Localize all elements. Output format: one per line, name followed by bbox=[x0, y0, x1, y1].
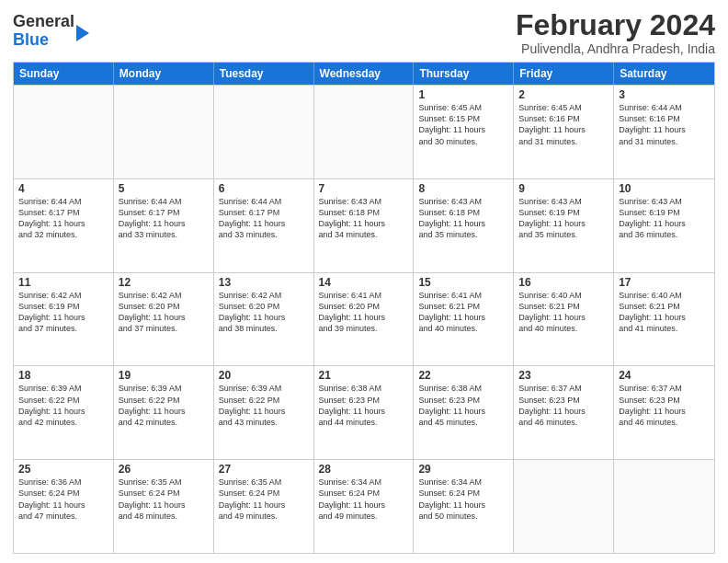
cell-info: Sunrise: 6:42 AM Sunset: 6:20 PM Dayligh… bbox=[219, 290, 309, 335]
calendar-cell: 9Sunrise: 6:43 AM Sunset: 6:19 PM Daylig… bbox=[514, 179, 614, 272]
day-number: 5 bbox=[119, 182, 209, 195]
logo: General Blue bbox=[13, 13, 89, 50]
calendar: SundayMondayTuesdayWednesdayThursdayFrid… bbox=[13, 62, 715, 554]
cell-info: Sunrise: 6:40 AM Sunset: 6:21 PM Dayligh… bbox=[518, 290, 609, 335]
calendar-cell: 5Sunrise: 6:44 AM Sunset: 6:17 PM Daylig… bbox=[114, 179, 214, 272]
logo-text: General Blue bbox=[13, 13, 74, 50]
cell-info: Sunrise: 6:40 AM Sunset: 6:21 PM Dayligh… bbox=[619, 290, 710, 335]
calendar-cell: 28Sunrise: 6:34 AM Sunset: 6:24 PM Dayli… bbox=[314, 460, 415, 553]
calendar-cell: 23Sunrise: 6:37 AM Sunset: 6:23 PM Dayli… bbox=[514, 366, 614, 459]
day-number: 15 bbox=[418, 276, 508, 289]
day-number: 13 bbox=[219, 276, 309, 289]
logo-arrow-icon bbox=[76, 25, 89, 41]
subtitle: Pulivendla, Andhra Pradesh, India bbox=[516, 41, 715, 56]
calendar-cell bbox=[114, 86, 214, 178]
cell-info: Sunrise: 6:34 AM Sunset: 6:24 PM Dayligh… bbox=[319, 477, 409, 522]
cell-info: Sunrise: 6:45 AM Sunset: 6:15 PM Dayligh… bbox=[418, 102, 508, 147]
cell-info: Sunrise: 6:35 AM Sunset: 6:24 PM Dayligh… bbox=[219, 477, 309, 522]
cell-info: Sunrise: 6:41 AM Sunset: 6:21 PM Dayligh… bbox=[418, 290, 508, 335]
calendar-row-2: 11Sunrise: 6:42 AM Sunset: 6:19 PM Dayli… bbox=[14, 272, 714, 366]
calendar-cell: 15Sunrise: 6:41 AM Sunset: 6:21 PM Dayli… bbox=[414, 273, 514, 366]
calendar-cell: 20Sunrise: 6:39 AM Sunset: 6:22 PM Dayli… bbox=[214, 366, 314, 459]
calendar-cell: 27Sunrise: 6:35 AM Sunset: 6:24 PM Dayli… bbox=[214, 460, 314, 553]
calendar-cell: 25Sunrise: 6:36 AM Sunset: 6:24 PM Dayli… bbox=[14, 460, 114, 553]
cell-info: Sunrise: 6:44 AM Sunset: 6:17 PM Dayligh… bbox=[119, 196, 209, 241]
calendar-cell: 8Sunrise: 6:43 AM Sunset: 6:18 PM Daylig… bbox=[414, 179, 514, 272]
calendar-cell: 13Sunrise: 6:42 AM Sunset: 6:20 PM Dayli… bbox=[214, 273, 314, 366]
cell-info: Sunrise: 6:44 AM Sunset: 6:17 PM Dayligh… bbox=[18, 196, 108, 241]
calendar-row-3: 18Sunrise: 6:39 AM Sunset: 6:22 PM Dayli… bbox=[14, 365, 714, 459]
calendar-cell bbox=[14, 86, 114, 178]
calendar-header: SundayMondayTuesdayWednesdayThursdayFrid… bbox=[14, 63, 714, 85]
header-day-wednesday: Wednesday bbox=[314, 63, 415, 85]
cell-info: Sunrise: 6:43 AM Sunset: 6:19 PM Dayligh… bbox=[518, 196, 609, 241]
day-number: 2 bbox=[518, 88, 609, 101]
calendar-cell bbox=[314, 86, 415, 178]
day-number: 12 bbox=[119, 276, 209, 289]
day-number: 4 bbox=[18, 182, 108, 195]
cell-info: Sunrise: 6:42 AM Sunset: 6:20 PM Dayligh… bbox=[119, 290, 209, 335]
calendar-cell: 12Sunrise: 6:42 AM Sunset: 6:20 PM Dayli… bbox=[114, 273, 214, 366]
page: General Blue February 2024 Pulivendla, A… bbox=[0, 0, 728, 563]
calendar-cell: 29Sunrise: 6:34 AM Sunset: 6:24 PM Dayli… bbox=[414, 460, 514, 553]
calendar-body: 1Sunrise: 6:45 AM Sunset: 6:15 PM Daylig… bbox=[14, 85, 714, 553]
day-number: 3 bbox=[619, 88, 710, 101]
day-number: 21 bbox=[319, 369, 409, 382]
day-number: 29 bbox=[418, 463, 508, 476]
cell-info: Sunrise: 6:44 AM Sunset: 6:17 PM Dayligh… bbox=[219, 196, 309, 241]
calendar-cell: 24Sunrise: 6:37 AM Sunset: 6:23 PM Dayli… bbox=[614, 366, 714, 459]
calendar-cell: 16Sunrise: 6:40 AM Sunset: 6:21 PM Dayli… bbox=[514, 273, 614, 366]
calendar-cell: 17Sunrise: 6:40 AM Sunset: 6:21 PM Dayli… bbox=[614, 273, 714, 366]
day-number: 1 bbox=[418, 88, 508, 101]
cell-info: Sunrise: 6:39 AM Sunset: 6:22 PM Dayligh… bbox=[119, 383, 209, 428]
cell-info: Sunrise: 6:35 AM Sunset: 6:24 PM Dayligh… bbox=[119, 477, 209, 522]
calendar-cell: 6Sunrise: 6:44 AM Sunset: 6:17 PM Daylig… bbox=[214, 179, 314, 272]
day-number: 24 bbox=[619, 369, 710, 382]
calendar-cell: 7Sunrise: 6:43 AM Sunset: 6:18 PM Daylig… bbox=[314, 179, 415, 272]
cell-info: Sunrise: 6:36 AM Sunset: 6:24 PM Dayligh… bbox=[18, 477, 108, 522]
cell-info: Sunrise: 6:41 AM Sunset: 6:20 PM Dayligh… bbox=[319, 290, 409, 335]
cell-info: Sunrise: 6:42 AM Sunset: 6:19 PM Dayligh… bbox=[18, 290, 108, 335]
calendar-cell: 1Sunrise: 6:45 AM Sunset: 6:15 PM Daylig… bbox=[414, 86, 514, 178]
calendar-cell: 2Sunrise: 6:45 AM Sunset: 6:16 PM Daylig… bbox=[514, 86, 614, 178]
calendar-row-0: 1Sunrise: 6:45 AM Sunset: 6:15 PM Daylig… bbox=[14, 85, 714, 178]
day-number: 26 bbox=[119, 463, 209, 476]
day-number: 18 bbox=[18, 369, 108, 382]
cell-info: Sunrise: 6:37 AM Sunset: 6:23 PM Dayligh… bbox=[619, 383, 710, 428]
calendar-cell: 10Sunrise: 6:43 AM Sunset: 6:19 PM Dayli… bbox=[614, 179, 714, 272]
cell-info: Sunrise: 6:43 AM Sunset: 6:19 PM Dayligh… bbox=[619, 196, 710, 241]
calendar-cell: 19Sunrise: 6:39 AM Sunset: 6:22 PM Dayli… bbox=[114, 366, 214, 459]
day-number: 20 bbox=[219, 369, 309, 382]
cell-info: Sunrise: 6:38 AM Sunset: 6:23 PM Dayligh… bbox=[418, 383, 508, 428]
calendar-cell bbox=[214, 86, 314, 178]
calendar-cell: 14Sunrise: 6:41 AM Sunset: 6:20 PM Dayli… bbox=[314, 273, 415, 366]
calendar-row-4: 25Sunrise: 6:36 AM Sunset: 6:24 PM Dayli… bbox=[14, 459, 714, 553]
calendar-cell: 18Sunrise: 6:39 AM Sunset: 6:22 PM Dayli… bbox=[14, 366, 114, 459]
day-number: 16 bbox=[518, 276, 609, 289]
header-day-monday: Monday bbox=[114, 63, 214, 85]
calendar-cell: 26Sunrise: 6:35 AM Sunset: 6:24 PM Dayli… bbox=[114, 460, 214, 553]
calendar-cell bbox=[614, 460, 714, 553]
cell-info: Sunrise: 6:38 AM Sunset: 6:23 PM Dayligh… bbox=[319, 383, 409, 428]
day-number: 27 bbox=[219, 463, 309, 476]
header-day-tuesday: Tuesday bbox=[214, 63, 314, 85]
calendar-cell: 22Sunrise: 6:38 AM Sunset: 6:23 PM Dayli… bbox=[414, 366, 514, 459]
cell-info: Sunrise: 6:37 AM Sunset: 6:23 PM Dayligh… bbox=[518, 383, 609, 428]
header-day-saturday: Saturday bbox=[614, 63, 714, 85]
title-block: February 2024 Pulivendla, Andhra Pradesh… bbox=[516, 9, 715, 56]
cell-info: Sunrise: 6:39 AM Sunset: 6:22 PM Dayligh… bbox=[219, 383, 309, 428]
day-number: 22 bbox=[418, 369, 508, 382]
day-number: 23 bbox=[518, 369, 609, 382]
main-title: February 2024 bbox=[516, 9, 715, 41]
day-number: 9 bbox=[518, 182, 609, 195]
cell-info: Sunrise: 6:34 AM Sunset: 6:24 PM Dayligh… bbox=[418, 477, 508, 522]
header-day-friday: Friday bbox=[514, 63, 614, 85]
cell-info: Sunrise: 6:43 AM Sunset: 6:18 PM Dayligh… bbox=[319, 196, 409, 241]
calendar-cell: 4Sunrise: 6:44 AM Sunset: 6:17 PM Daylig… bbox=[14, 179, 114, 272]
day-number: 11 bbox=[18, 276, 108, 289]
day-number: 7 bbox=[319, 182, 409, 195]
calendar-row-1: 4Sunrise: 6:44 AM Sunset: 6:17 PM Daylig… bbox=[14, 178, 714, 272]
calendar-cell bbox=[514, 460, 614, 553]
day-number: 14 bbox=[319, 276, 409, 289]
day-number: 10 bbox=[619, 182, 710, 195]
